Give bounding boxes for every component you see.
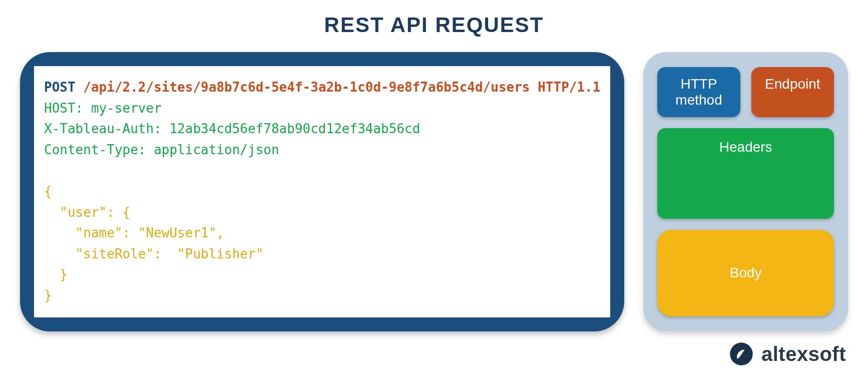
code-body-line: { [44,184,52,199]
code-body-line: "user": { [44,205,130,220]
code-header-host: HOST: my-server [44,101,162,116]
diagram-title: REST API REQUEST [0,0,868,37]
code-body-line: } [44,288,52,303]
legend-body: Body [657,230,834,316]
request-code: POST /api/2.2/sites/9a8b7c6d-5e4f-3a2b-1… [34,66,610,317]
code-header-auth: X-Tableau-Auth: 12ab34cd56ef78ab90cd12ef… [44,121,420,136]
code-body-line: "siteRole": "Publisher" [44,246,263,261]
code-body-line: } [44,267,68,282]
brand-logo-icon [728,341,754,367]
code-endpoint: /api/2.2/sites/9a8b7c6d-5e4f-3a2b-1c0d-9… [83,80,600,95]
code-body-line: "name": "NewUser1", [44,225,224,240]
legend-panel: HTTP method Endpoint Headers Body [643,52,848,331]
code-header-content-type: Content-Type: application/json [44,142,279,157]
brand: altexsoft [728,341,846,367]
request-code-card: POST /api/2.2/sites/9a8b7c6d-5e4f-3a2b-1… [20,52,624,331]
legend-endpoint: Endpoint [751,67,834,117]
legend-http-method: HTTP method [657,67,740,117]
legend-body-label: Body [730,265,762,281]
code-method: POST [44,80,76,95]
legend-headers: Headers [657,128,834,219]
brand-name: altexsoft [761,343,846,365]
